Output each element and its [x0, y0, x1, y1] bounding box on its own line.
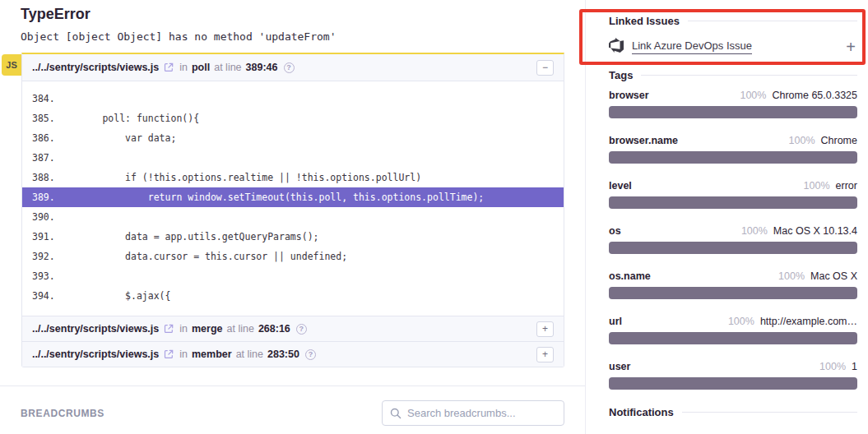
link-azure-devops-row: Link Azure DevOps Issue + [609, 38, 856, 56]
tag-key: user [609, 361, 630, 372]
tag-value: Mac OS X [810, 270, 857, 282]
tag-percent: 100% [740, 90, 766, 101]
tag-row-browser: browser100%Chrome 65.0.3325 [609, 90, 857, 118]
code-line: 392. data.cursor = this.cursor || undefi… [22, 247, 564, 266]
open-source-external-link-icon[interactable] [164, 324, 174, 334]
add-linked-issue-button[interactable]: + [846, 39, 856, 55]
frame-line-column: 389:46 [246, 62, 278, 73]
platform-js-badge: JS [2, 54, 21, 76]
frame-function-name: member [192, 349, 232, 360]
tag-value: error [836, 180, 857, 192]
section-divider [0, 386, 585, 386]
stack-trace-panel: ../../sentry/scripts/views.js in poll at… [21, 53, 564, 367]
tag-value: Chrome 65.0.3325 [772, 90, 857, 101]
tag-value: Mac OS X 10.13.4 [773, 225, 857, 237]
frame-line-column: 283:50 [267, 349, 299, 360]
tag-key: url [609, 316, 622, 327]
tag-distribution-bar[interactable] [609, 106, 857, 118]
frame-help-icon[interactable]: ? [305, 349, 316, 360]
tag-row-browser-name: browser.name100%Chrome [609, 135, 857, 164]
stack-frame-header-poll[interactable]: ../../sentry/scripts/views.js in poll at… [22, 54, 564, 81]
code-line: 393. [22, 266, 564, 286]
heading-rule [641, 75, 857, 76]
open-source-external-link-icon[interactable] [164, 349, 174, 359]
frame-file-path: ../../sentry/scripts/views.js [32, 323, 159, 335]
tag-distribution-bar[interactable] [609, 151, 857, 164]
linked-issues-heading: Linked Issues [609, 15, 857, 27]
source-code-context: 384. 385. poll: function(){ 386. var dat… [22, 81, 564, 316]
tag-row-level: level100%error [609, 180, 857, 209]
breadcrumbs-search-box[interactable] [382, 400, 564, 426]
tag-key: browser.name [609, 135, 678, 146]
frame-at-line-word: at line [227, 323, 254, 335]
notifications-heading: Notifications [609, 406, 857, 418]
tag-percent: 100% [741, 225, 768, 237]
tag-row-os: os100%Mac OS X 10.13.4 [609, 225, 857, 254]
open-source-external-link-icon[interactable] [164, 62, 174, 72]
tag-key: level [609, 180, 632, 192]
tag-distribution-bar[interactable] [609, 196, 857, 209]
code-line: 394. $.ajax({ [22, 286, 564, 306]
code-line: 386. var data; [22, 128, 564, 148]
heading-rule [688, 21, 857, 21]
sentry-issue-page: TypeError Object [object Object] has no … [0, 0, 868, 434]
tag-row-os-name: os.name100%Mac OS X [609, 270, 857, 299]
frame-function-name: poll [192, 62, 210, 73]
search-icon [390, 408, 402, 422]
tag-percent: 100% [789, 135, 815, 146]
frame-in-word: in [179, 323, 188, 335]
tag-distribution-bar[interactable] [609, 332, 857, 344]
code-line: 385. poll: function(){ [22, 108, 564, 128]
code-line: 384. [22, 89, 564, 108]
code-line: 387. [22, 148, 564, 168]
tag-percent: 100% [804, 180, 830, 192]
frame-help-icon[interactable]: ? [284, 62, 295, 73]
tag-row-user: user100%1 [609, 361, 857, 390]
tag-distribution-bar[interactable] [609, 242, 857, 254]
expand-frame-button[interactable]: + [536, 321, 554, 337]
sidebar: Linked Issues Link Azure DevOps Issue + … [609, 0, 857, 434]
frame-help-icon[interactable]: ? [296, 324, 307, 335]
sidebar-divider [585, 0, 586, 434]
tags-heading: Tags [609, 69, 857, 81]
frame-in-word: in [179, 62, 188, 73]
azure-devops-icon [609, 38, 624, 56]
expand-frame-button[interactable]: + [536, 347, 554, 362]
breadcrumbs-search-input[interactable] [383, 401, 564, 425]
tag-distribution-bar[interactable] [609, 287, 857, 299]
frame-function-name: merge [192, 323, 223, 335]
frame-at-line-word: at line [214, 62, 241, 73]
tag-key: os.name [609, 270, 651, 282]
code-line: 391. data = app.utils.getQueryParams(); [22, 227, 564, 247]
frame-at-line-word: at line [236, 349, 263, 360]
frame-file-path: ../../sentry/scripts/views.js [32, 349, 159, 360]
tag-value: Chrome [821, 135, 857, 146]
code-line: 388. if (!this.options.realtime || !this… [22, 168, 564, 187]
tag-key: browser [609, 90, 649, 101]
frame-file-path: ../../sentry/scripts/views.js [32, 62, 159, 73]
collapse-frame-button[interactable]: − [536, 60, 554, 76]
tags-list: browser100%Chrome 65.0.3325 browser.name… [609, 90, 857, 406]
tag-value: 1 [852, 361, 857, 372]
tag-row-url: url100%http://example.com… [609, 316, 857, 344]
tag-percent: 100% [819, 361, 846, 372]
code-line-highlighted-crash: 389. return window.setTimeout(this.poll,… [22, 187, 564, 207]
breadcrumbs-section-title: BREADCRUMBS [21, 408, 104, 419]
code-line: 390. [22, 207, 564, 227]
error-message: Object [object Object] has no method 'up… [21, 30, 337, 43]
error-type-title: TypeError [21, 6, 91, 23]
frame-line-column: 268:16 [258, 323, 290, 335]
stack-frame-header-member[interactable]: ../../sentry/scripts/views.js in member … [22, 341, 564, 367]
heading-rule [682, 412, 857, 413]
tag-key: os [609, 225, 621, 237]
tag-percent: 100% [778, 270, 805, 282]
tag-percent: 100% [728, 316, 754, 327]
frame-in-word: in [179, 349, 188, 360]
tag-value: http://example.com… [760, 316, 857, 327]
tag-distribution-bar[interactable] [609, 377, 857, 390]
link-azure-devops-issue-link[interactable]: Link Azure DevOps Issue [632, 39, 752, 54]
stack-frame-header-merge[interactable]: ../../sentry/scripts/views.js in merge a… [22, 316, 564, 341]
